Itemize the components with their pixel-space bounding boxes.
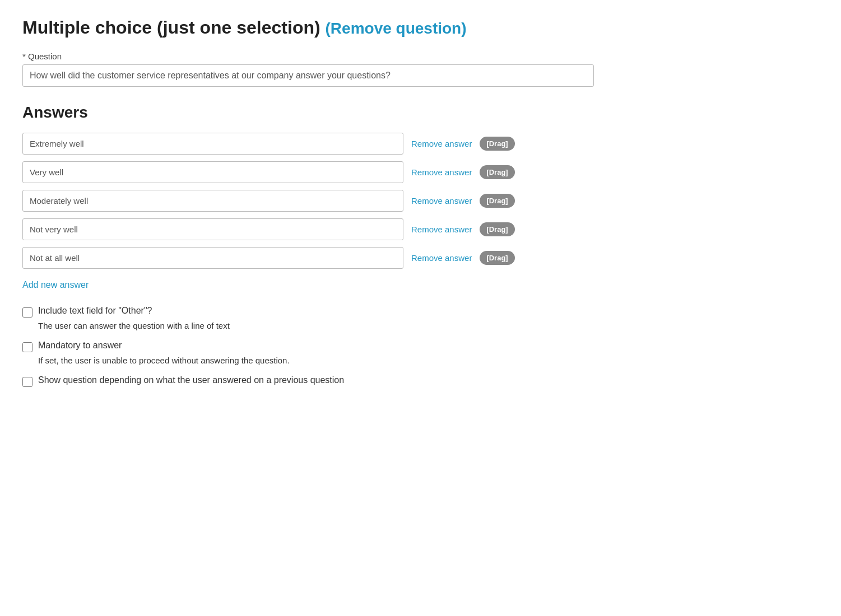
title-text: Multiple choice (just one selection) xyxy=(22,17,320,38)
answer-row: Remove answer [Drag] xyxy=(22,161,594,183)
remove-answer-link-3[interactable]: Remove answer xyxy=(411,196,472,206)
other-description: The user can answer the question with a … xyxy=(38,321,594,330)
drag-badge-4[interactable]: [Drag] xyxy=(480,222,514,236)
answer-input-3[interactable] xyxy=(22,190,403,212)
drag-badge-2[interactable]: [Drag] xyxy=(480,165,514,179)
conditional-checkbox-label: Show question depending on what the user… xyxy=(38,375,344,385)
question-label: * Question xyxy=(22,52,594,61)
answers-list: Remove answer [Drag] Remove answer [Drag… xyxy=(22,133,594,269)
add-new-answer-link[interactable]: Add new answer xyxy=(22,280,89,290)
mandatory-description: If set, the user is unable to proceed wi… xyxy=(38,356,594,365)
answers-heading: Answers xyxy=(22,104,594,122)
conditional-checkbox[interactable] xyxy=(22,377,32,387)
mandatory-checkbox-label: Mandatory to answer xyxy=(38,340,122,351)
answer-input-5[interactable] xyxy=(22,247,403,269)
other-checkbox-label: Include text field for "Other"? xyxy=(38,306,152,316)
answer-input-1[interactable] xyxy=(22,133,403,155)
answer-input-2[interactable] xyxy=(22,161,403,183)
remove-answer-link-1[interactable]: Remove answer xyxy=(411,139,472,148)
remove-answer-link-4[interactable]: Remove answer xyxy=(411,225,472,234)
mandatory-checkbox[interactable] xyxy=(22,342,32,352)
answer-row: Remove answer [Drag] xyxy=(22,247,594,269)
mandatory-option-row: Mandatory to answer xyxy=(22,340,594,352)
other-checkbox[interactable] xyxy=(22,307,32,318)
remove-question-link[interactable]: (Remove question) xyxy=(326,20,467,37)
drag-badge-3[interactable]: [Drag] xyxy=(480,194,514,208)
question-input[interactable] xyxy=(22,64,594,87)
answer-row: Remove answer [Drag] xyxy=(22,133,594,155)
answer-input-4[interactable] xyxy=(22,218,403,240)
other-option-row: Include text field for "Other"? xyxy=(22,306,594,318)
question-label-text: * Question xyxy=(22,52,62,61)
page-title: Multiple choice (just one selection) (Re… xyxy=(22,17,594,38)
drag-badge-1[interactable]: [Drag] xyxy=(480,137,514,151)
drag-badge-5[interactable]: [Drag] xyxy=(480,251,514,265)
answer-row: Remove answer [Drag] xyxy=(22,218,594,240)
answer-row: Remove answer [Drag] xyxy=(22,190,594,212)
remove-answer-link-2[interactable]: Remove answer xyxy=(411,167,472,177)
options-section: Include text field for "Other"? The user… xyxy=(22,306,594,387)
remove-answer-link-5[interactable]: Remove answer xyxy=(411,253,472,263)
conditional-option-row: Show question depending on what the user… xyxy=(22,375,594,387)
